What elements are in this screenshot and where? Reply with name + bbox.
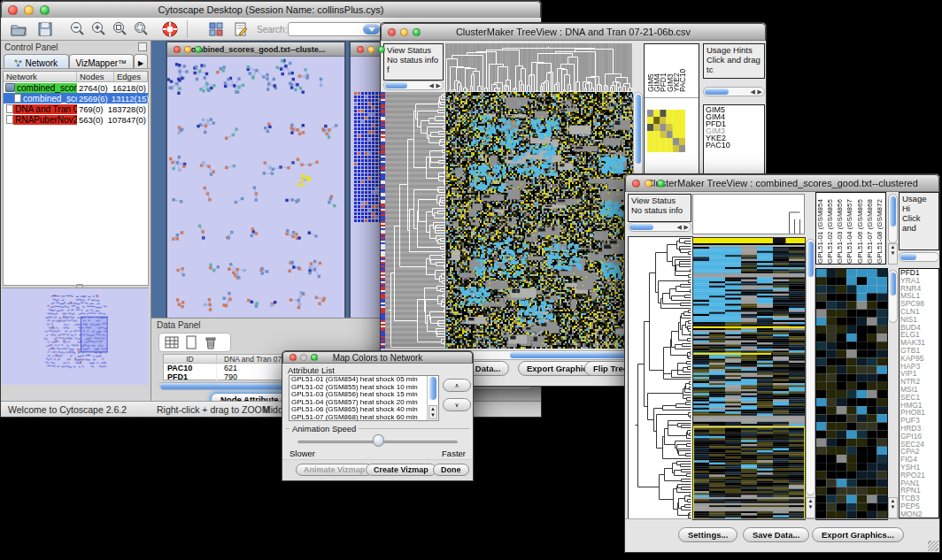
zoom-button[interactable]: [40, 5, 50, 15]
node-count: 2569(6): [77, 94, 110, 104]
close-button[interactable]: [388, 28, 396, 36]
search-dropdown-icon[interactable]: [363, 24, 380, 35]
search-input[interactable]: [288, 22, 382, 36]
gene-label[interactable]: GPL51-03 (GSM856: [836, 193, 845, 264]
attribute-list-scrollbar[interactable]: ▲▼: [427, 376, 437, 420]
zoom-button[interactable]: [311, 354, 318, 361]
gene-label[interactable]: GPL51-02 (GSM855: [826, 193, 836, 264]
treeview-combined-window: ClusterMaker TreeView : combined_scores_…: [624, 173, 940, 553]
attribute-list[interactable]: GPL51-01 (GSM854) heat shock 05 minGPL51…: [289, 375, 439, 421]
network-list-row[interactable]: combined_sco2569(6)13112(15): [4, 93, 148, 104]
gene-label[interactable]: GIM5: [646, 44, 652, 92]
resize-grip[interactable]: [928, 541, 938, 551]
column-dendrogram[interactable]: [445, 43, 632, 91]
gene-label[interactable]: MON2: [900, 510, 938, 518]
node-count: 563(0): [77, 115, 106, 125]
network-grid-icon[interactable]: [207, 20, 225, 38]
node-count: 2764(0): [77, 83, 111, 93]
tab-vizmapper[interactable]: VizMapper™: [69, 54, 135, 68]
zoom-scroll-arrows[interactable]: ▲▼: [888, 497, 898, 518]
annotation-icon[interactable]: [232, 20, 250, 38]
speed-slider-thumb[interactable]: [373, 434, 384, 447]
zoom-button[interactable]: [657, 180, 665, 188]
gene-label[interactable]: GPL51-01 (GSM854: [816, 193, 826, 264]
close-button[interactable]: [290, 354, 297, 361]
move-up-button[interactable]: ∧: [443, 379, 471, 392]
network-name: combined_scores: [15, 83, 77, 93]
save-data-button[interactable]: Save Data...: [743, 527, 809, 542]
create-vizmap-button[interactable]: Create Vizmap: [366, 464, 436, 476]
view-status-scrollbar[interactable]: ◀▶: [383, 81, 444, 90]
minimize-button[interactable]: [400, 28, 408, 36]
minimize-button[interactable]: [24, 5, 34, 15]
gene-label[interactable]: PAC10: [706, 142, 762, 149]
float-panel-icon[interactable]: [138, 42, 147, 51]
zoom-button[interactable]: [413, 28, 421, 36]
global-heatmap[interactable]: [445, 92, 633, 349]
treeview-dna-titlebar[interactable]: ClusterMaker TreeView : DNA and Tran 07-…: [381, 23, 766, 41]
edge-count: 183728(0): [106, 104, 148, 114]
attribute-item[interactable]: GPL51-07 (GSM868) heat shock 60 min: [291, 414, 438, 421]
network-list-row[interactable]: combined_scores2764(0)16218(0): [4, 82, 148, 93]
slower-label: Slower: [290, 449, 315, 458]
done-button[interactable]: Done: [433, 464, 469, 476]
close-button[interactable]: [632, 180, 640, 188]
minimize-button[interactable]: [645, 180, 652, 188]
row-dendrogram[interactable]: [628, 236, 693, 519]
export-graphics-button[interactable]: Export Graphics...: [812, 527, 904, 542]
birdseye-view[interactable]: [2, 288, 149, 385]
zoom-selected-icon[interactable]: [111, 20, 128, 38]
save-session-icon[interactable]: [36, 20, 54, 38]
label-scrollbar[interactable]: [888, 194, 898, 243]
treeview-combined-titlebar[interactable]: ClusterMaker TreeView : combined_scores_…: [625, 174, 939, 192]
cytoscape-titlebar[interactable]: Cytoscape Desktop (Session Name: collins…: [1, 1, 541, 19]
tab-network[interactable]: Network: [4, 54, 69, 68]
network-view-titlebar[interactable]: combined_scores_good.txt--cluste...: [167, 42, 344, 57]
zoom-vscrollbar[interactable]: [888, 270, 898, 323]
zoom-column-labels: GIM5GIM4PFD1GIM3YKE2PAC10: [646, 44, 684, 92]
row-dendrogram[interactable]: [385, 92, 444, 349]
attribute-table-icon[interactable]: [165, 335, 179, 349]
gene-label[interactable]: GIM4: [652, 44, 659, 92]
gene-label[interactable]: PAC10: [678, 44, 684, 92]
gene-label[interactable]: GPL51-04 (GSM857: [845, 193, 855, 264]
network-list-row[interactable]: DNA and Tran 07769(0)183728(0): [4, 104, 148, 114]
minimize-button[interactable]: [300, 354, 307, 361]
edge-count: 13112(15): [110, 94, 151, 104]
zoom-in-icon[interactable]: [89, 20, 107, 38]
document-icon: [6, 104, 13, 113]
usage-hints-scrollbar[interactable]: ◀▶: [703, 87, 765, 96]
help-lifesaver-icon[interactable]: [161, 20, 179, 38]
label-scroll-arrows[interactable]: ▲▼: [888, 243, 898, 265]
tab-overflow-arrow[interactable]: ▶: [134, 54, 148, 68]
close-button[interactable]: [8, 5, 18, 15]
gene-label[interactable]: PFD1: [659, 44, 665, 92]
network-list-row[interactable]: RNAPuberNov2+1563(0)107847(0): [4, 114, 148, 125]
zoom-out-icon[interactable]: [68, 20, 86, 38]
divider: [645, 97, 699, 98]
gene-label[interactable]: GPL51-08 (GSM872: [876, 193, 885, 264]
open-session-icon[interactable]: [10, 20, 27, 38]
network-graph-canvas[interactable]: [167, 57, 344, 325]
settings-button[interactable]: Settings...: [678, 527, 737, 542]
zoom-fit-icon[interactable]: [132, 20, 150, 38]
heatmap-vscrollbar[interactable]: [806, 239, 815, 495]
new-attribute-icon[interactable]: [184, 335, 198, 349]
delete-attribute-icon[interactable]: [204, 335, 218, 349]
usage-hints-scrollbar[interactable]: [899, 252, 939, 262]
zoom-heatmap[interactable]: [815, 268, 888, 520]
window-title: ClusterMaker TreeView : combined_scores_…: [626, 178, 938, 188]
move-down-button[interactable]: ∨: [443, 398, 471, 411]
global-heatmap[interactable]: [692, 237, 806, 520]
gene-label[interactable]: GIM3: [666, 44, 672, 92]
view-status-scrollbar[interactable]: ◀▶: [628, 222, 691, 232]
heatmap-scroll-arrows[interactable]: ▲▼: [806, 497, 815, 518]
animate-vizmap-button[interactable]: Animate Vizmap: [296, 464, 373, 476]
gene-label[interactable]: GPL51-07 (GSM868: [866, 193, 876, 264]
zoom-heatmap[interactable]: [647, 110, 685, 152]
document-icon: [14, 94, 21, 103]
gene-label[interactable]: GPL51-06 (GSM865: [856, 193, 866, 264]
dialog-titlebar[interactable]: Map Colors to Network: [282, 351, 473, 364]
gene-label[interactable]: YKE2: [672, 44, 678, 92]
animation-speed-label: Animation Speed: [290, 424, 359, 433]
